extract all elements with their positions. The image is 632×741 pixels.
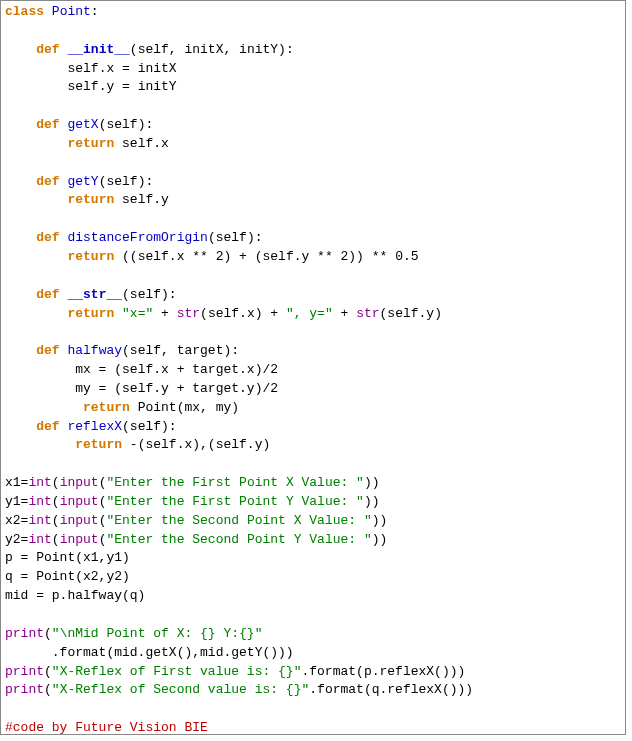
class-name: Point bbox=[52, 4, 91, 19]
comment: #code by Future Vision BIE bbox=[5, 720, 208, 735]
code-line: return self.x bbox=[5, 136, 169, 151]
method-init: __init__ bbox=[67, 42, 129, 57]
code-line: p = Point(x1,y1) bbox=[5, 550, 130, 565]
code-line: def reflexX(self): bbox=[5, 419, 177, 434]
code-line: print("\nMid Point of X: {} Y:{}" bbox=[5, 626, 262, 641]
code-line: def __str__(self): bbox=[5, 287, 177, 302]
code-line: self.y = initY bbox=[5, 79, 177, 94]
method-halfway: halfway bbox=[67, 343, 122, 358]
code-line: x1=int(input("Enter the First Point X Va… bbox=[5, 475, 380, 490]
code-line: return Point(mx, my) bbox=[5, 400, 239, 415]
code-line: def distanceFromOrigin(self): bbox=[5, 230, 262, 245]
code-line: return -(self.x),(self.y) bbox=[5, 437, 270, 452]
method-distance: distanceFromOrigin bbox=[67, 230, 207, 245]
code-line: .format(mid.getX(),mid.getY())) bbox=[5, 645, 294, 660]
method-reflexx: reflexX bbox=[67, 419, 122, 434]
code-line: print("X-Reflex of First value is: {}".f… bbox=[5, 664, 465, 679]
code-line: mx = (self.x + target.x)/2 bbox=[5, 362, 278, 377]
code-line: def __init__(self, initX, initY): bbox=[5, 42, 294, 57]
method-gety: getY bbox=[67, 174, 98, 189]
code-line: def getX(self): bbox=[5, 117, 153, 132]
code-editor: class Point: def __init__(self, initX, i… bbox=[0, 0, 626, 735]
code-line: y1=int(input("Enter the First Point Y Va… bbox=[5, 494, 380, 509]
method-str: __str__ bbox=[67, 287, 122, 302]
code-line: print("X-Reflex of Second value is: {}".… bbox=[5, 682, 473, 697]
code-line: return self.y bbox=[5, 192, 169, 207]
code-line: self.x = initX bbox=[5, 61, 177, 76]
code-line: y2=int(input("Enter the Second Point Y V… bbox=[5, 532, 387, 547]
code-line: my = (self.y + target.y)/2 bbox=[5, 381, 278, 396]
code-line: return "x=" + str(self.x) + ", y=" + str… bbox=[5, 306, 442, 321]
code-line: mid = p.halfway(q) bbox=[5, 588, 145, 603]
code-line: def getY(self): bbox=[5, 174, 153, 189]
code-line: x2=int(input("Enter the Second Point X V… bbox=[5, 513, 387, 528]
keyword-class: class bbox=[5, 4, 44, 19]
code-line: #code by Future Vision BIE bbox=[5, 720, 208, 735]
code-line: return ((self.x ** 2) + (self.y ** 2)) *… bbox=[5, 249, 419, 264]
code-line: q = Point(x2,y2) bbox=[5, 569, 130, 584]
code-line: class Point: bbox=[5, 4, 99, 19]
method-getx: getX bbox=[67, 117, 98, 132]
code-line: def halfway(self, target): bbox=[5, 343, 239, 358]
